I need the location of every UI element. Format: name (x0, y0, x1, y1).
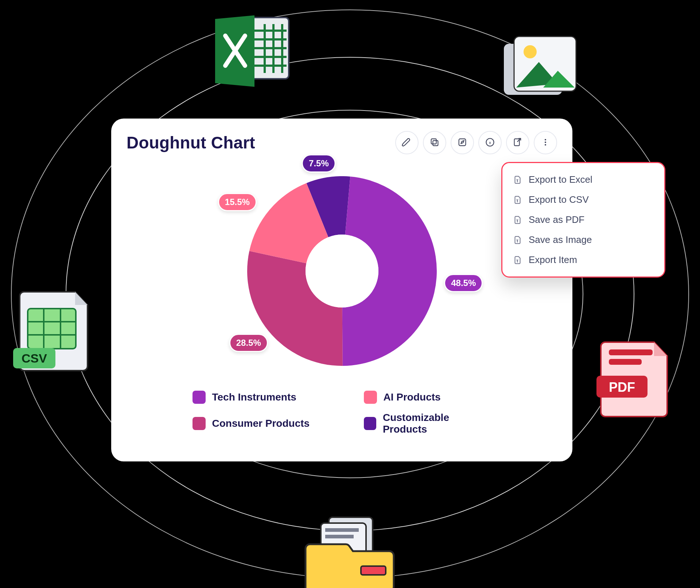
paint-icon (402, 137, 412, 148)
menu-item-label: Export to Excel (529, 174, 592, 185)
svg-rect-16 (28, 309, 76, 349)
excel-file-icon (211, 11, 299, 91)
legend-item-consumer[interactable]: Consumer Products (192, 412, 320, 435)
svg-rect-32 (361, 566, 386, 575)
svg-point-42 (545, 144, 546, 145)
edit-button[interactable]: edit-icon (451, 131, 474, 154)
slice-label-custom: 7.5% (302, 154, 336, 173)
svg-rect-34 (431, 139, 436, 144)
legend-label: AI Products (384, 391, 441, 403)
legend-swatch (364, 417, 376, 430)
svg-point-43 (306, 235, 378, 307)
svg-point-40 (545, 139, 546, 140)
folder-icon (303, 515, 397, 588)
file-export-icon (512, 214, 523, 225)
legend-label: Customizable Products (383, 412, 491, 435)
csv-file-icon: CSV (11, 288, 95, 379)
card-title: Doughnut Chart (127, 133, 255, 152)
menu-item-export-csv[interactable]: Export to CSV (510, 190, 657, 210)
file-export-icon (512, 235, 523, 245)
menu-item-export-item[interactable]: Export Item (510, 250, 657, 270)
file-export-icon (512, 255, 523, 266)
menu-item-label: Save as PDF (529, 214, 584, 225)
legend-swatch (364, 391, 377, 404)
svg-rect-31 (325, 535, 354, 538)
menu-item-label: Export to CSV (529, 194, 589, 205)
info-icon (485, 137, 495, 148)
svg-text:CSV: CSV (22, 351, 47, 365)
svg-rect-25 (609, 359, 642, 365)
svg-rect-33 (433, 140, 438, 146)
edit-icon (457, 137, 467, 148)
slice-label-tech: 48.5% (444, 274, 483, 292)
info-button[interactable]: info-icon (478, 131, 502, 154)
menu-item-save-image[interactable]: Save as Image (510, 230, 657, 250)
export-icon (513, 137, 523, 148)
svg-point-14 (524, 45, 537, 58)
menu-item-export-excel[interactable]: Export to Excel (510, 170, 657, 190)
legend-item-custom[interactable]: Customizable Products (364, 412, 491, 435)
slice-label-consumer: 28.5% (229, 334, 268, 352)
menu-item-save-pdf[interactable]: Save as PDF (510, 210, 657, 230)
legend-label: Tech Instruments (212, 391, 296, 403)
donut-chart (247, 176, 437, 366)
legend-swatch (192, 391, 206, 404)
stage: CSV PDF Doughnut Chart pen-icon (0, 0, 700, 588)
more-icon (540, 137, 551, 148)
donut-area: 7.5%48.5%28.5%15.5% (127, 154, 557, 388)
menu-item-label: Save as Image (529, 234, 592, 245)
more-button[interactable]: more-icon (534, 131, 557, 154)
svg-rect-30 (325, 528, 359, 532)
card-header: Doughnut Chart pen-icon copy-icon edit-i… (127, 131, 557, 154)
toolbar: pen-icon copy-icon edit-icon (395, 131, 557, 154)
legend-label: Consumer Products (212, 418, 310, 429)
svg-point-41 (545, 141, 546, 143)
copy-button[interactable]: copy-icon (423, 131, 446, 154)
export-menu: Export to Excel Export to CSV Save as PD… (501, 162, 665, 278)
export-button[interactable]: export-icon (506, 131, 529, 154)
legend-item-ai[interactable]: AI Products (364, 391, 491, 404)
legend-swatch (192, 417, 206, 430)
slice-label-ai: 15.5% (218, 193, 257, 211)
file-export-icon (512, 194, 523, 205)
image-file-icon (499, 33, 580, 102)
copy-icon (429, 137, 440, 148)
svg-rect-24 (609, 349, 653, 355)
file-export-icon (512, 174, 523, 185)
menu-item-label: Export Item (529, 254, 577, 266)
svg-rect-39 (514, 139, 520, 146)
paint-button[interactable]: pen-icon (395, 131, 419, 154)
legend-item-tech[interactable]: Tech Instruments (192, 391, 320, 404)
svg-text:PDF: PDF (609, 380, 635, 395)
legend: Tech InstrumentsAI ProductsConsumer Prod… (192, 391, 491, 435)
pdf-file-icon: PDF (594, 332, 674, 423)
